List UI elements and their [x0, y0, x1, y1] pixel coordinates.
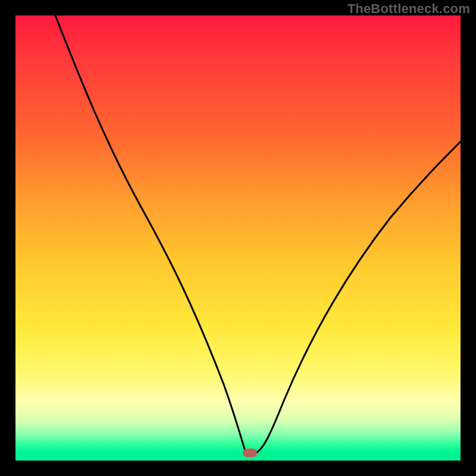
optimal-marker [243, 449, 257, 457]
plot-svg [15, 15, 461, 461]
bottleneck-curve [55, 15, 461, 453]
watermark-text: TheBottleneck.com [347, 1, 470, 17]
chart-frame: TheBottleneck.com [0, 0, 476, 476]
plot-area [15, 15, 461, 461]
